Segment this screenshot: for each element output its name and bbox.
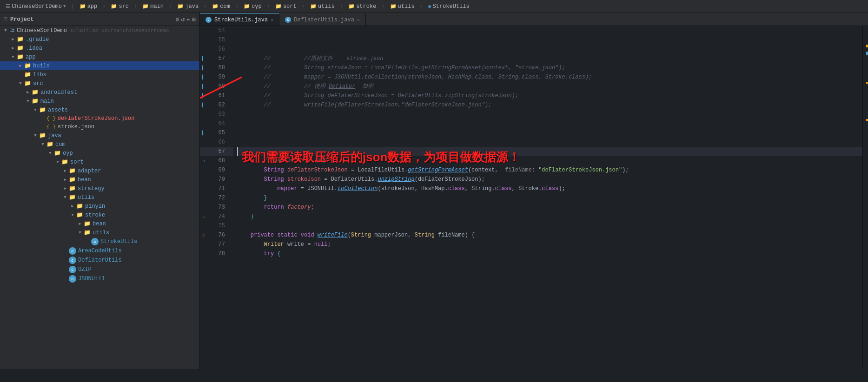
code-panel: C StrokeUtils.java ✕ C DeflaterUtils.jav…	[200, 13, 868, 369]
code-line-78: try {	[237, 249, 862, 258]
tree-deflater-json[interactable]: { } deFlaterStrokeJson.json	[0, 114, 199, 123]
tree-libs[interactable]: 📁 libs	[0, 70, 199, 79]
gutter-55: 55	[200, 35, 233, 45]
tree-gzip-class[interactable]: C GZIP	[0, 265, 199, 274]
tree-idea[interactable]: ▶ 📁 .idea	[0, 44, 199, 53]
tree-areacodeutils-class[interactable]: C AreaCodeUtils	[0, 246, 199, 256]
folder-icon: 📁	[39, 106, 46, 113]
tree-pinyin[interactable]: ▶ 📁 pinyin	[0, 202, 199, 211]
java-class-icon: C	[69, 266, 76, 273]
folder-icon: 📁	[76, 211, 83, 218]
bc-src[interactable]: 📁 src	[109, 2, 131, 11]
gutter-63: 63	[200, 110, 233, 119]
code-line-62: // writeFile(deFlaterStrokeJson,"deFlate…	[237, 100, 862, 110]
gutter-69: 69	[200, 165, 233, 175]
tree-strokeutils-class[interactable]: C StrokeUtils	[0, 237, 199, 246]
expand-icon[interactable]: ⊞	[192, 16, 196, 23]
code-line-77: Writer write = null ;	[237, 240, 862, 249]
tree-deflaterutils-class[interactable]: C DeflaterUtils	[0, 256, 199, 265]
project-tree: ▼ 🗂 ChineseSortDemo D:\GitLab Source\Chi…	[0, 26, 199, 283]
tab-deflaterutils[interactable]: C DeflaterUtils.java ✕	[279, 13, 366, 26]
tree-gradle[interactable]: ▶ 📁 .gradle	[0, 35, 199, 44]
code-line-70: String strokeJson = DeflaterUtils. unzip…	[237, 175, 862, 184]
bc-strokeutils[interactable]: ◉ StrokeUtils	[426, 2, 471, 11]
collapse-icon[interactable]: ⇤	[186, 16, 190, 23]
gear-icon[interactable]: ⚙	[176, 16, 179, 23]
tab-close-strokeutils[interactable]: ✕	[271, 17, 273, 23]
gutter-57: ▌ 57	[200, 54, 233, 63]
scroll-indicator-orange3	[866, 119, 868, 121]
tree-app[interactable]: ▼ 📁 app	[0, 53, 199, 61]
project-menu[interactable]: ☰ ChineseSortDemo ▼	[4, 2, 67, 11]
bc-stroke[interactable]: 📁 stroke	[346, 2, 378, 11]
tree-stroke-bean[interactable]: ▶ 📁 bean	[0, 219, 199, 228]
tree-stroke-folder[interactable]: ▼ 📁 stroke	[0, 211, 199, 219]
bc-oyp[interactable]: 📁 oyp	[242, 2, 264, 11]
scroll-indicator-orange2	[866, 82, 868, 84]
java-class-icon: C	[69, 247, 76, 255]
folder-icon: 📁	[32, 89, 39, 96]
bc-java[interactable]: 📁 java	[175, 2, 200, 11]
folder-icon: 📁	[84, 220, 91, 227]
tree-sort-bean[interactable]: ▶ 📁 bean	[0, 175, 199, 184]
bc-main[interactable]: 📁 main	[140, 2, 166, 11]
gutter-78: 78	[200, 249, 233, 258]
tab-bar: C StrokeUtils.java ✕ C DeflaterUtils.jav…	[200, 13, 868, 26]
tree-com[interactable]: ▼ 📁 com	[0, 140, 199, 149]
tree-assets[interactable]: ▼ 📁 assets	[0, 105, 199, 114]
tree-root[interactable]: ▼ 🗂 ChineseSortDemo D:\GitLab Source\Chi…	[0, 26, 199, 35]
code-area-wrapper: 54 55 56 ▌ 57	[200, 26, 868, 369]
minimap-scrollbar[interactable]	[862, 26, 868, 369]
bc-sort[interactable]: 📁 sort	[273, 2, 298, 11]
folder-icon: 📁	[24, 80, 31, 87]
gutter-74: ◻ 74	[200, 212, 233, 221]
tree-strategy[interactable]: ▶ 📁 strategy	[0, 184, 199, 193]
tree-stroke-utils[interactable]: ▼ 📁 utils	[0, 228, 199, 237]
project-icon: 🗂	[9, 27, 15, 34]
tree-build[interactable]: ▶ 📁 build	[0, 61, 199, 70]
code-line-64	[237, 119, 862, 128]
gutter-60: ▌ 60	[200, 82, 233, 91]
bc-utils2[interactable]: 📁 utils	[388, 2, 417, 11]
code-line-68: //使用 Inflater 解密	[237, 156, 862, 165]
folder-icon: 📁	[54, 150, 61, 157]
tree-main[interactable]: ▼ 📁 main	[0, 97, 199, 105]
tree-stroke-json[interactable]: { } stroke.json	[0, 123, 199, 131]
code-line-69: String deFlaterStrokeJson = LocalFileUti…	[237, 165, 862, 175]
gutter-73: 73	[200, 203, 233, 212]
gutter-76: ◻ 76	[200, 231, 233, 240]
folder-icon: 📁	[76, 203, 83, 210]
top-bar: ☰ ChineseSortDemo ▼ | 📁 app › 📁 src › 📁 …	[0, 0, 868, 13]
gutter-71: 71	[200, 184, 233, 193]
folder-icon: 📁	[61, 158, 68, 165]
code-line-56	[237, 45, 862, 54]
sidebar: ☰ Project ⚙ ↺ ⇤ ⊞ ▼ 🗂 ChineseSortDemo D:…	[0, 13, 200, 369]
tree-jsonutil-class[interactable]: C JSONUtil	[0, 274, 199, 283]
bc-com[interactable]: 📁 com	[210, 2, 232, 11]
folder-icon: 📁	[17, 36, 24, 43]
tree-java[interactable]: ▼ 📁 java	[0, 131, 199, 140]
tree-src[interactable]: ▼ 📁 src	[0, 79, 199, 88]
tree-sort[interactable]: ▼ 📁 sort	[0, 158, 199, 166]
scroll-indicator-blue	[866, 52, 868, 55]
tree-androidtest[interactable]: ▶ 📁 androidTest	[0, 88, 199, 97]
gutter-66: 66	[200, 138, 233, 147]
code-line-71: mapper = JSONUtil. toCollection (strokeJ…	[237, 184, 862, 193]
sync-icon[interactable]: ↺	[181, 16, 185, 23]
folder-icon: 📁	[39, 132, 46, 139]
sidebar-collapse-icon[interactable]: ☰	[4, 17, 7, 22]
tree-adapter[interactable]: ▶ 📁 adapter	[0, 166, 199, 175]
sidebar-header: ☰ Project ⚙ ↺ ⇤ ⊞	[0, 13, 199, 26]
tab-strokeutils[interactable]: C StrokeUtils.java ✕	[200, 13, 279, 26]
bc-utils[interactable]: 📁 utils	[308, 2, 337, 11]
json-file-icon: { }	[46, 116, 56, 121]
tree-sort-utils[interactable]: ▼ 📁 utils	[0, 193, 199, 202]
gutter-62: ▌ 62	[200, 100, 233, 110]
java-class-icon: C	[91, 238, 99, 245]
gutter-77: 77	[200, 240, 233, 249]
code-line-76: private static void writeFile ( String m…	[237, 231, 862, 240]
bc-app[interactable]: 📁 app	[78, 2, 99, 11]
tab-close-deflaterutils[interactable]: ✕	[357, 17, 360, 23]
tree-oyp[interactable]: ▼ 📁 oyp	[0, 149, 199, 158]
code-editor[interactable]: 54 55 56 ▌ 57	[200, 26, 862, 369]
